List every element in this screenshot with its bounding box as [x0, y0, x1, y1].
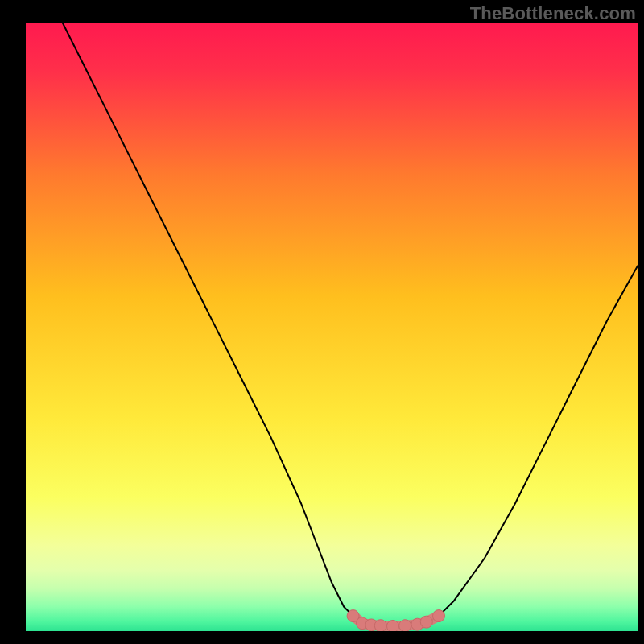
- chart-curve-layer: [26, 23, 638, 631]
- chart-frame: TheBottleneck.com: [0, 0, 644, 644]
- watermark-text: TheBottleneck.com: [470, 3, 636, 24]
- marker-dot: [374, 620, 386, 631]
- marker-dot: [420, 616, 432, 628]
- bottleneck-curve: [63, 23, 638, 626]
- plot-area: [26, 23, 638, 631]
- marker-dot: [399, 620, 411, 631]
- marker-dot: [387, 620, 399, 631]
- curve-path: [63, 23, 638, 626]
- bottom-markers: [347, 610, 444, 631]
- marker-dot: [433, 610, 445, 622]
